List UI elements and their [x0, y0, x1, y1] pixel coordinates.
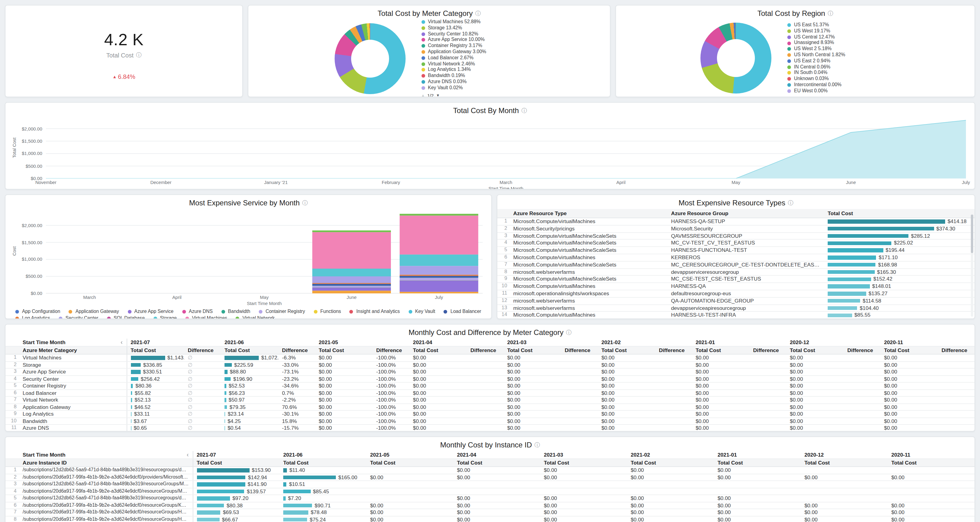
legend-item[interactable]: IN Central 0.06%: [787, 65, 890, 69]
subcolumn-total-cost[interactable]: Total Cost: [801, 459, 888, 467]
legend-item[interactable]: Virtual Network 2.46%: [421, 62, 524, 66]
legend-item[interactable]: Container Registry 3.17%: [421, 43, 524, 48]
meter-category-row[interactable]: 4Security Center$256.42∅$196.90-23.2%$0.…: [5, 375, 975, 382]
legend-item[interactable]: App Configuration: [15, 309, 60, 314]
month-header[interactable]: 2021-03: [503, 339, 598, 346]
meter-category-row[interactable]: 7Virtual Network$52.13∅$50.97-2.2%$0.00-…: [5, 397, 975, 403]
area-plot[interactable]: [46, 117, 966, 178]
legend-item[interactable]: Storage: [153, 316, 177, 319]
subcolumn-total-cost[interactable]: Total Cost: [503, 346, 561, 354]
subcolumn-difference[interactable]: Difference: [655, 346, 692, 354]
stacked-bar-svg[interactable]: [46, 209, 483, 294]
month-header[interactable]: 2021-05: [315, 339, 409, 346]
legend-item[interactable]: IN South 0.04%: [787, 71, 890, 76]
legend-item[interactable]: Unknown 0.03%: [787, 76, 890, 81]
subcolumn-total-cost[interactable]: Total Cost: [880, 346, 938, 354]
resource-type-row[interactable]: 15Microsoft.Compute/virtualMachinesBUILD…: [497, 319, 975, 319]
legend-item[interactable]: US East 2 0.94%: [787, 59, 890, 63]
subcolumn-difference[interactable]: Difference: [749, 346, 786, 354]
info-icon[interactable]: ⓘ: [302, 200, 308, 206]
resource-type-row[interactable]: 7Microsoft.Compute/virtualMachineScaleSe…: [497, 261, 975, 269]
info-icon[interactable]: ⓘ: [136, 52, 141, 58]
legend-item[interactable]: Unassigned 8.93%: [787, 41, 890, 46]
subcolumn-total-cost[interactable]: Total Cost: [409, 346, 467, 354]
subcolumn-difference[interactable]: Difference: [843, 346, 880, 354]
subcolumn-total-cost[interactable]: Total Cost: [280, 459, 366, 467]
month-header[interactable]: 2021-01: [692, 339, 786, 346]
subcolumn-total-cost[interactable]: Total Cost: [714, 459, 801, 467]
legend-item[interactable]: Storage 13.42%: [421, 26, 524, 30]
legend-item[interactable]: US West 19.17%: [787, 29, 890, 33]
subcolumn-difference[interactable]: Difference: [278, 346, 315, 354]
legend-item[interactable]: Application Gateway: [69, 309, 119, 314]
month-header[interactable]: 2021-02: [598, 339, 692, 346]
legend-pager[interactable]: ▲ 1/2 ▼: [421, 93, 524, 97]
month-header[interactable]: 2021-02: [627, 451, 714, 459]
legend-item[interactable]: Bandwidth: [221, 309, 250, 314]
legend-item[interactable]: Insight and Analytics: [350, 309, 400, 314]
meter-category-row[interactable]: 1Virtual Machines$1,143.93∅$1,072.17-6.3…: [5, 354, 975, 361]
subcolumn-difference[interactable]: Difference: [184, 346, 221, 354]
instance-id-row[interactable]: 1/subscriptions/12d2db62-5aa9-471d-84bb-…: [5, 467, 975, 474]
subcolumn-difference[interactable]: Difference: [561, 346, 598, 354]
subcolumn-total-cost[interactable]: Total Cost: [598, 346, 655, 354]
legend-item[interactable]: US Central 12.47%: [787, 35, 890, 40]
info-icon[interactable]: ⓘ: [788, 200, 794, 206]
legend-item[interactable]: Bandwidth 0.19%: [421, 73, 524, 78]
resource-type-row[interactable]: 3Microsoft.Compute/virtualMachineScaleSe…: [497, 232, 975, 240]
resource-type-row[interactable]: 10Microsoft.Compute/virtualMachinesHARNE…: [497, 283, 975, 290]
resource-type-row[interactable]: 4Microsoft.Compute/virtualMachineScaleSe…: [497, 240, 975, 247]
legend-item[interactable]: Key Vault: [408, 309, 435, 314]
info-icon[interactable]: ⓘ: [535, 442, 540, 448]
column-header-resource-group[interactable]: Azure Resource Group: [667, 209, 824, 218]
subcolumn-total-cost[interactable]: Total Cost: [453, 459, 540, 467]
instance-id-row[interactable]: 3/subscriptions/12d2db62-5aa9-471d-84bb-…: [5, 481, 975, 488]
legend-item[interactable]: Application Gateway 3.00%: [421, 49, 524, 54]
instance-id-row[interactable]: 5/subscriptions/12d2db62-5aa9-471d-84bb-…: [5, 495, 975, 502]
month-header[interactable]: 2021-01: [714, 451, 801, 459]
instance-id-row[interactable]: 4/subscriptions/20d6a917-99fa-4b1b-9b2e-…: [5, 488, 975, 495]
month-header[interactable]: 2021-07: [193, 451, 280, 459]
resource-type-row[interactable]: 11microsoft.operationalinsights/workspac…: [497, 290, 975, 297]
subcolumn-difference[interactable]: Difference: [938, 346, 975, 354]
instance-id-row[interactable]: 8/subscriptions/20d6a917-99fa-4b1b-9b2e-…: [5, 516, 975, 522]
legend-item[interactable]: Virtual Network: [236, 316, 275, 319]
pager-down-icon[interactable]: ▼: [436, 94, 440, 97]
month-header[interactable]: 2021-04: [453, 451, 540, 459]
month-header[interactable]: 2021-03: [540, 451, 627, 459]
meter-category-row[interactable]: 5Container Registry$80.36∅$52.53-34.6%$0…: [5, 382, 975, 389]
resource-type-row[interactable]: 6Microsoft.Compute/virtualMachinesKERBER…: [497, 254, 975, 261]
month-header[interactable]: 2021-06: [221, 339, 315, 346]
instance-id-row[interactable]: 7/subscriptions/20d6a917-99fa-4b1b-9b2e-…: [5, 509, 975, 516]
legend-item[interactable]: Key Vault 0.02%: [421, 86, 524, 90]
meter-category-row[interactable]: 8Application Gateway$46.52∅$79.3570.6%$0…: [5, 403, 975, 411]
scrollbar[interactable]: [971, 214, 973, 317]
resource-type-row[interactable]: 13microsoft.web/serverfarmsdevappservice…: [497, 305, 975, 312]
legend-item[interactable]: Load Balancer 2.67%: [421, 56, 524, 60]
subcolumn-total-cost[interactable]: Total Cost: [540, 459, 627, 467]
subcolumn-total-cost[interactable]: Total Cost: [193, 459, 280, 467]
subcolumn-total-cost[interactable]: Total Cost: [366, 459, 453, 467]
resource-type-row[interactable]: 2Microsoft.Security/pricingsMicrosoft.Se…: [497, 225, 975, 233]
legend-item[interactable]: US North Central 1.82%: [787, 52, 890, 57]
legend-item[interactable]: Functions: [313, 309, 341, 314]
scrollbar-thumb[interactable]: [971, 214, 973, 253]
meter-category-row[interactable]: 3Azure App Service$330.51∅$88.80-73.1%$0…: [5, 368, 975, 375]
column-header-total-cost[interactable]: Total Cost: [824, 209, 975, 218]
meter-category-row[interactable]: 11Azure DNS$0.65∅$0.54-15.7%$0.00-100.0%…: [5, 425, 975, 432]
resource-type-row[interactable]: 9Microsoft.Compute/virtualMachineScaleSe…: [497, 276, 975, 283]
legend-item[interactable]: Log Analytics 1.34%: [421, 68, 524, 73]
instance-id-row[interactable]: 2/subscriptions/20d6a917-99fa-4b1b-9b2e-…: [5, 474, 975, 481]
row-dimension-header[interactable]: Azure Meter Category: [19, 346, 127, 354]
month-header[interactable]: 2020-12: [801, 451, 888, 459]
stacked-bar-plot[interactable]: [46, 209, 483, 294]
meter-category-row[interactable]: 10Bandwidth$3.67∅$4.2515.8%$0.00-100.0%$…: [5, 417, 975, 425]
month-header[interactable]: 2020-11: [880, 339, 975, 346]
subcolumn-difference[interactable]: Difference: [467, 346, 503, 354]
legend-item[interactable]: US East 51.37%: [787, 22, 890, 27]
subcolumn-total-cost[interactable]: Total Cost: [888, 459, 975, 467]
legend-item[interactable]: Azure App Service 10.00%: [421, 38, 524, 43]
legend-item[interactable]: US West 2 5.18%: [787, 46, 890, 51]
meter-category-row[interactable]: 9Log Analytics$33.11∅$23.14-30.1%$0.00-1…: [5, 411, 975, 417]
meter-category-donut[interactable]: [334, 24, 405, 94]
